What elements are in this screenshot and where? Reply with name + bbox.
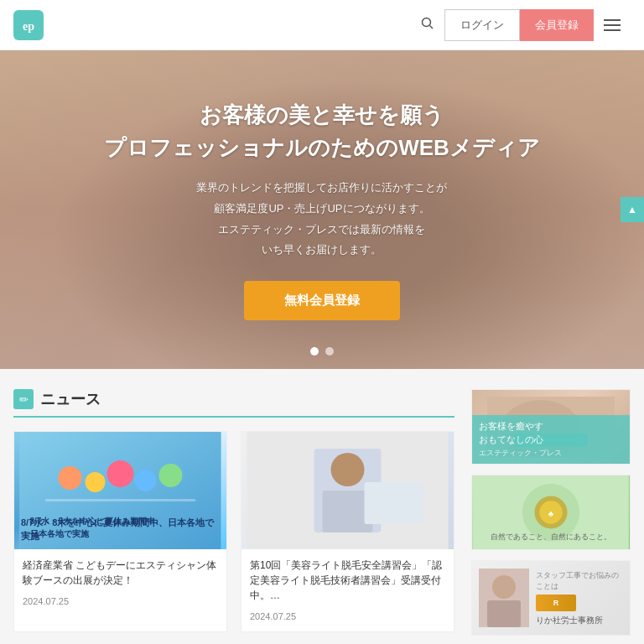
sidebar-banner-1-sub: エステティック・プレス [479,448,623,459]
main-content: ✏ ニュース [0,369,644,644]
news-card-1-body: 経済産業省 こどもデーにエスティシャン体験ブースの出展が決定！ 2024.07.… [14,549,226,616]
login-button[interactable]: ログイン [444,9,520,41]
svg-rect-40 [487,600,521,627]
news-grid: 8/7水・8木を中心に夏休み期間中、 日本各地で実施 経済産業省 こどもデーにエ… [13,431,454,632]
logo-icon: ep [13,10,44,40]
hamburger-line [604,19,621,21]
news-card-2-date: 2024.07.25 [250,611,296,621]
svg-point-10 [159,464,183,487]
hero-scroll-indicator[interactable]: ▲ [621,197,644,222]
hero-section: お客様の美と幸せを願う プロフェッショナルのためのWEBメディア 業界のトレンド… [0,50,644,369]
news-card-1-image: 8/7水・8木を中心に夏休み期間中、 日本各地で実施 [14,432,226,549]
news-card-2-body: 第10回「美容ライト脱毛安全講習会」「認定美容ライト脱毛技術者講習会」受講受付中… [242,549,454,631]
register-button[interactable]: 会員登録 [520,9,594,41]
svg-point-8 [107,460,134,487]
right-sidebar: お客様を癒やす おもてなしの心 エステティック・プレス ♣ 自然であること、自然… [471,389,631,644]
hero-title: お客様の美と幸せを願う プロフェッショナルのためのWEBメディア [104,99,540,164]
svg-rect-18 [365,482,423,524]
svg-point-9 [135,470,157,491]
svg-point-2 [423,18,431,26]
news-card-2-svg [242,432,454,549]
news-card-1-svg: 8/7水・8木を中心に夏休み期間中、 日本各地で実施 [14,432,226,549]
hero-cta-button[interactable]: 無料会員登録 [244,281,400,320]
news-card-2-image [242,432,454,549]
sidebar-banner-3-brand: りか社労士事務所 [536,615,623,626]
svg-point-6 [59,466,82,490]
svg-point-16 [331,453,365,486]
sidebar-banner-2-bg: ♣ 自然であること、自然にあること。 [472,475,630,549]
sidebar-banner-1-overlay: お客様を癒やす おもてなしの心 エステティック・プレス [472,415,630,464]
svg-text:日本各地で実施: 日本各地で実施 [30,529,90,538]
svg-line-3 [430,25,434,29]
sidebar-banner-3[interactable]: スタッフ工事でお悩みのことは R りか社労士事務所 [471,560,631,636]
news-card-2-text: 第10回「美容ライト脱毛安全講習会」「認定美容ライト脱毛技術者講習会」受講受付中… [250,558,445,603]
svg-point-7 [86,472,106,492]
svg-point-39 [492,575,516,599]
hamburger-line [604,29,621,31]
news-card-1-text: 経済産業省 こどもデーにエスティシャン体験ブースの出展が決定！ [23,558,218,588]
news-card-2[interactable]: 第10回「美容ライト脱毛安全講習会」「認定美容ライト脱毛技術者講習会」受講受付中… [241,431,454,632]
sidebar-banner-3-image [479,569,529,627]
news-section-title: ニュース [40,389,101,409]
svg-text:ep: ep [23,20,34,33]
hero-subtitle: 業界のトレンドを把握してお店作りに活かすことが 顧客満足度UP・売上げUPにつな… [196,178,447,261]
hamburger-line [604,24,621,26]
hamburger-menu-button[interactable] [594,13,631,38]
svg-text:♣: ♣ [548,509,554,518]
search-button[interactable] [411,10,444,40]
news-section-header: ✏ ニュース [13,389,454,418]
svg-text:自然であること、自然にあること。: 自然であること、自然にあること。 [491,532,611,541]
hero-dot-1[interactable] [310,347,319,356]
news-card-1-date: 2024.07.25 [23,596,69,606]
search-icon [421,17,434,30]
sidebar-banner-2[interactable]: ♣ 自然であること、自然にあること。 [471,475,631,550]
hero-dot-2[interactable] [325,347,334,356]
hero-content: お客様の美と幸せを願う プロフェッショナルのためのWEBメディア 業界のトレンド… [104,99,540,320]
sidebar-banner-1[interactable]: お客様を癒やす おもてなしの心 エステティック・プレス [471,389,631,465]
sidebar-banner-3-content: スタッフ工事でお悩みのことは R りか社労士事務所 [536,570,623,626]
sidebar-banner-3-logo-text: R [553,599,559,607]
header-actions: ログイン 会員登録 [411,9,631,41]
logo[interactable]: ep [13,10,44,40]
svg-rect-11 [45,499,196,501]
sidebar-banner-1-text: お客様を癒やす おもてなしの心 [479,420,623,446]
svg-text:8/7水・8木を中心に夏休み期間中、: 8/7水・8木を中心に夏休み期間中、 [30,517,164,526]
left-column: ✏ ニュース [13,389,454,644]
header: ep ログイン 会員登録 [0,0,644,50]
news-card-1[interactable]: 8/7水・8木を中心に夏休み期間中、 日本各地で実施 経済産業省 こどもデーにエ… [13,431,227,632]
news-section-icon: ✏ [13,389,34,409]
sidebar-banner-3-person-svg [479,569,529,627]
hero-dots [310,347,334,356]
sidebar-banner-3-sub: スタッフ工事でお悩みのことは [536,570,623,592]
sidebar-banner-3-logo: R [536,595,576,611]
svg-rect-5 [20,432,221,549]
